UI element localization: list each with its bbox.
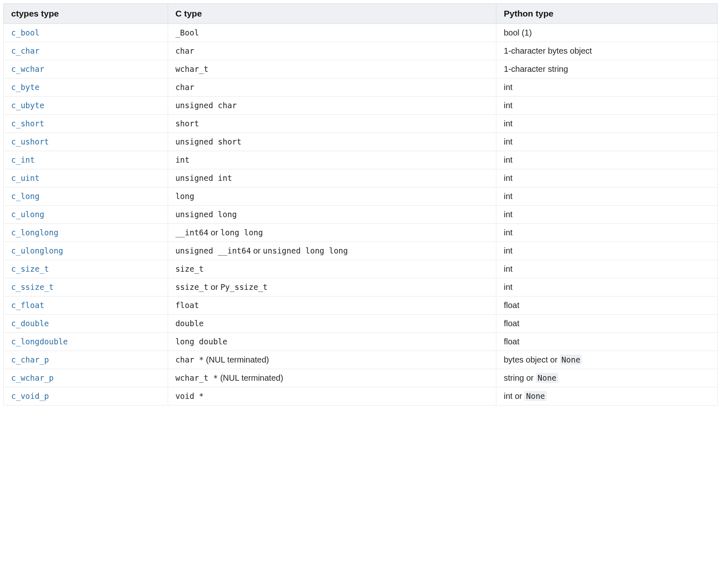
python-type-text: int xyxy=(504,192,512,201)
cell-c-type: double xyxy=(168,315,496,333)
ctypes-type-link[interactable]: c_double xyxy=(11,319,49,328)
header-c-type: C type xyxy=(168,4,496,24)
cell-ctypes-type: c_byte xyxy=(4,78,168,97)
cell-ctypes-type: c_char_p xyxy=(4,351,168,369)
python-type-text: int xyxy=(504,83,512,92)
cell-python-type: int xyxy=(496,187,717,206)
table-row: c_shortshortint xyxy=(4,115,718,133)
python-type-text: int xyxy=(504,137,512,146)
ctypes-type-link[interactable]: c_size_t xyxy=(11,264,49,273)
ctypes-type-link[interactable]: c_void_p xyxy=(11,391,49,401)
table-row: c_floatfloatfloat xyxy=(4,296,718,315)
cell-python-type: int xyxy=(496,224,717,242)
cell-python-type: int xyxy=(496,151,717,169)
python-type-text: float xyxy=(504,337,519,346)
ctypes-type-link[interactable]: c_ushort xyxy=(11,137,49,146)
python-type-text: int or xyxy=(504,391,524,401)
cell-ctypes-type: c_longdouble xyxy=(4,333,168,351)
table-row: c_doubledoublefloat xyxy=(4,315,718,333)
cell-ctypes-type: c_ushort xyxy=(4,133,168,151)
ctypes-type-link[interactable]: c_long xyxy=(11,192,40,201)
cell-c-type: long double xyxy=(168,333,496,351)
table-row: c_charchar1-character bytes object xyxy=(4,42,718,60)
python-type-text: int xyxy=(504,282,512,292)
c-type-code: size_t xyxy=(176,264,204,273)
c-type-code: long double xyxy=(176,337,228,346)
header-ctypes-type: ctypes type xyxy=(4,4,168,24)
c-type-text: or xyxy=(251,246,263,255)
cell-c-type: ssize_t or Py_ssize_t xyxy=(168,278,496,296)
ctypes-type-link[interactable]: c_longlong xyxy=(11,228,58,237)
table-row: c_void_pvoid *int or None xyxy=(4,387,718,405)
cell-ctypes-type: c_bool xyxy=(4,24,168,42)
cell-c-type: unsigned char xyxy=(168,97,496,115)
cell-ctypes-type: c_ulonglong xyxy=(4,242,168,260)
ctypes-type-link[interactable]: c_ubyte xyxy=(11,101,44,110)
c-type-code: unsigned long long xyxy=(263,246,348,255)
table-row: c_ulongunsigned longint xyxy=(4,206,718,224)
python-type-text: int xyxy=(504,246,512,255)
c-type-code: wchar_t * xyxy=(176,373,218,382)
c-type-code: unsigned short xyxy=(176,137,242,146)
cell-ctypes-type: c_long xyxy=(4,187,168,206)
ctypes-type-link[interactable]: c_byte xyxy=(11,83,40,92)
c-type-code: char xyxy=(176,46,194,55)
ctypes-type-link[interactable]: c_float xyxy=(11,301,44,310)
ctypes-type-link[interactable]: c_wchar_p xyxy=(11,373,54,382)
c-type-code: char xyxy=(176,83,194,92)
cell-python-type: string or None xyxy=(496,369,717,387)
c-type-code: long xyxy=(176,192,194,201)
ctypes-type-link[interactable]: c_char_p xyxy=(11,355,49,364)
c-type-code: unsigned long xyxy=(176,210,237,219)
cell-ctypes-type: c_ulong xyxy=(4,206,168,224)
python-type-text: string or xyxy=(504,373,536,382)
cell-c-type: char xyxy=(168,42,496,60)
ctypes-type-link[interactable]: c_longdouble xyxy=(11,337,68,346)
ctypes-type-link[interactable]: c_uint xyxy=(11,173,40,183)
cell-ctypes-type: c_short xyxy=(4,115,168,133)
python-type-text: bool (1) xyxy=(504,28,532,37)
cell-python-type: float xyxy=(496,333,717,351)
python-type-text: float xyxy=(504,301,519,310)
c-type-code: unsigned __int64 xyxy=(176,246,251,255)
python-type-text: 1-character bytes object xyxy=(504,46,592,55)
python-type-code: None xyxy=(524,391,547,401)
python-type-text: int xyxy=(504,155,512,164)
cell-c-type: long xyxy=(168,187,496,206)
ctypes-type-link[interactable]: c_wchar xyxy=(11,64,44,74)
python-type-text: float xyxy=(504,319,519,328)
ctypes-type-link[interactable]: c_int xyxy=(11,155,35,164)
ctypes-type-link[interactable]: c_ulonglong xyxy=(11,246,63,255)
c-type-code: _Bool xyxy=(176,28,199,37)
python-type-text: int xyxy=(504,264,512,273)
cell-c-type: wchar_t xyxy=(168,60,496,78)
cell-c-type: wchar_t * (NUL terminated) xyxy=(168,369,496,387)
header-python-type: Python type xyxy=(496,4,717,24)
cell-c-type: int xyxy=(168,151,496,169)
cell-c-type: unsigned int xyxy=(168,169,496,187)
cell-python-type: int xyxy=(496,169,717,187)
ctypes-type-link[interactable]: c_ssize_t xyxy=(11,282,54,292)
ctypes-type-link[interactable]: c_bool xyxy=(11,28,40,37)
python-type-code: None xyxy=(536,373,558,383)
c-type-code: double xyxy=(176,319,204,328)
python-type-text: int xyxy=(504,210,512,219)
ctypes-type-link[interactable]: c_ulong xyxy=(11,210,44,219)
cell-python-type: int xyxy=(496,133,717,151)
c-type-code: float xyxy=(176,301,199,310)
c-type-text: (NUL terminated) xyxy=(204,355,269,364)
cell-c-type: char * (NUL terminated) xyxy=(168,351,496,369)
c-type-code: short xyxy=(176,119,199,128)
c-type-code: int xyxy=(176,155,190,164)
cell-ctypes-type: c_uint xyxy=(4,169,168,187)
ctypes-type-link[interactable]: c_char xyxy=(11,46,40,55)
c-type-code: char * xyxy=(176,355,204,364)
c-type-code: Py_ssize_t xyxy=(221,282,268,292)
cell-ctypes-type: c_void_p xyxy=(4,387,168,405)
table-row: c_bool_Boolbool (1) xyxy=(4,24,718,42)
cell-ctypes-type: c_double xyxy=(4,315,168,333)
ctypes-type-link[interactable]: c_short xyxy=(11,119,44,128)
c-type-code: ssize_t xyxy=(176,282,209,292)
cell-python-type: 1-character string xyxy=(496,60,717,78)
cell-python-type: float xyxy=(496,296,717,315)
